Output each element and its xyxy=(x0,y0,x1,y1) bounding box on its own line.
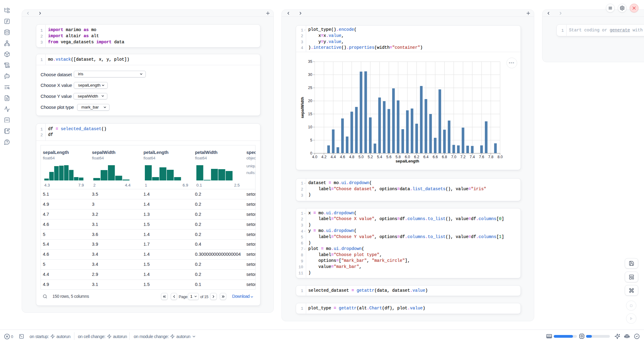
svg-text:15: 15 xyxy=(308,112,312,116)
svg-text:30: 30 xyxy=(308,73,312,77)
svg-text:5.4: 5.4 xyxy=(377,155,382,159)
svg-text:5: 5 xyxy=(310,138,312,142)
svg-text:4.8: 4.8 xyxy=(349,155,354,159)
svg-text:7.4: 7.4 xyxy=(470,155,475,159)
svg-text:25: 25 xyxy=(308,86,312,90)
svg-text:4.0: 4.0 xyxy=(312,155,317,159)
svg-text:5.0: 5.0 xyxy=(358,155,363,159)
svg-text:0: 0 xyxy=(310,151,312,155)
svg-text:20: 20 xyxy=(308,99,312,103)
svg-text:7.8: 7.8 xyxy=(488,155,493,159)
svg-text:8.0: 8.0 xyxy=(497,155,503,159)
svg-text:sepalWidth: sepalWidth xyxy=(300,97,305,118)
svg-text:6.6: 6.6 xyxy=(433,155,438,159)
svg-text:sepalLength: sepalLength xyxy=(395,159,419,163)
svg-text:6.4: 6.4 xyxy=(423,155,428,159)
svg-text:35: 35 xyxy=(308,59,312,64)
svg-text:6.8: 6.8 xyxy=(442,155,447,159)
svg-text:7.6: 7.6 xyxy=(479,155,484,159)
svg-text:4.2: 4.2 xyxy=(321,155,327,159)
svg-text:5.2: 5.2 xyxy=(368,155,373,159)
svg-text:4.4: 4.4 xyxy=(331,155,336,159)
svg-text:5.6: 5.6 xyxy=(386,155,392,159)
svg-text:7.2: 7.2 xyxy=(460,155,466,159)
svg-text:10: 10 xyxy=(308,125,312,129)
svg-text:7.0: 7.0 xyxy=(451,155,456,159)
svg-text:4.6: 4.6 xyxy=(340,155,345,159)
